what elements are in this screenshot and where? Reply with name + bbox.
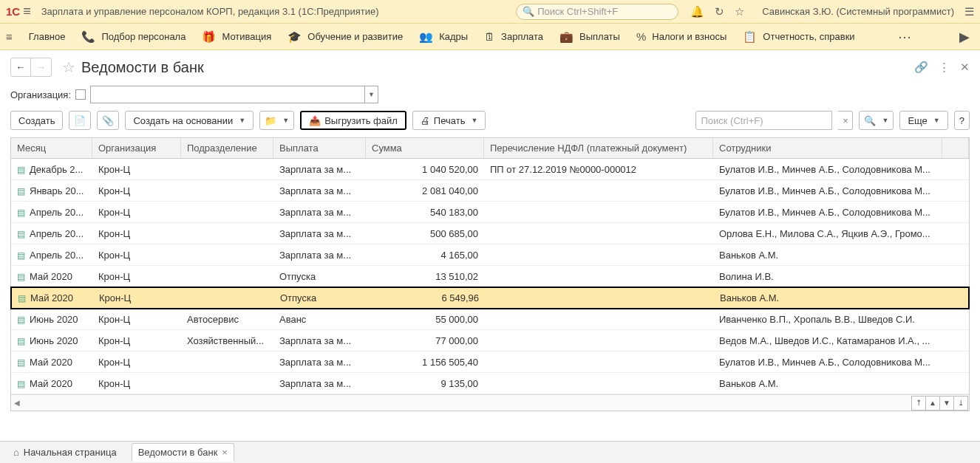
favorite-star-icon[interactable]: ☆ bbox=[62, 58, 75, 76]
table-row[interactable]: ▤Декабрь 2...Крон-ЦЗарплата за м...1 040… bbox=[11, 159, 969, 180]
menu-salary[interactable]: 🗓Зарплата bbox=[484, 30, 543, 43]
document-icon: ▤ bbox=[17, 272, 27, 282]
scroll-left-icon[interactable]: ◀ bbox=[11, 399, 23, 407]
table-row[interactable]: ▤Апрель 20...Крон-ЦЗарплата за м...4 165… bbox=[11, 244, 969, 266]
col-ndfl[interactable]: Перечисление НДФЛ (платежный документ) bbox=[484, 138, 713, 158]
cell-emp: Ваньков А.М. bbox=[714, 292, 943, 303]
cell-org: Крон-Ц bbox=[92, 207, 181, 218]
list-search-input[interactable]: Поиск (Ctrl+F) bbox=[695, 111, 832, 130]
export-file-button[interactable]: 📤Выгрузить файл bbox=[300, 111, 406, 130]
col-payment[interactable]: Выплата bbox=[273, 138, 366, 158]
col-extra[interactable] bbox=[942, 138, 969, 158]
star-icon[interactable]: ☆ bbox=[735, 5, 744, 18]
cell-payment: Зарплата за м... bbox=[273, 250, 366, 261]
menu-icon[interactable]: ≡ bbox=[23, 4, 31, 19]
logo-icon: 1C bbox=[6, 5, 20, 18]
clip-icon: 📎 bbox=[102, 115, 114, 126]
menu-motivation[interactable]: 🎁Мотивация bbox=[202, 30, 271, 44]
cell-emp: Иванченко В.П., Хропаль В.В., Шведов С.И… bbox=[713, 314, 942, 325]
col-employees[interactable]: Сотрудники bbox=[713, 138, 942, 158]
find-button[interactable]: 🔍▼ bbox=[859, 111, 894, 130]
create-button[interactable]: Создать bbox=[10, 111, 63, 130]
menu-toggle-icon[interactable]: ≡ bbox=[6, 30, 13, 43]
copy-icon: 📄 bbox=[74, 115, 86, 126]
cell-month: ▤Январь 20... bbox=[11, 185, 92, 196]
cell-sum: 1 156 505,40 bbox=[366, 357, 484, 368]
search-placeholder: Поиск Ctrl+Shift+F bbox=[537, 6, 618, 17]
cell-payment: Отпуска bbox=[274, 292, 367, 303]
percent-icon: % bbox=[636, 30, 646, 43]
col-sum[interactable]: Сумма bbox=[366, 138, 484, 158]
global-search[interactable]: 🔍 Поиск Ctrl+Shift+F bbox=[516, 4, 678, 20]
cell-payment: Зарплата за м... bbox=[273, 335, 366, 346]
table-row[interactable]: ▤Апрель 20...Крон-ЦЗарплата за м...540 1… bbox=[11, 202, 969, 223]
graduation-icon: 🎓 bbox=[287, 30, 302, 44]
sort-down-button[interactable]: ▼ bbox=[939, 396, 954, 411]
cell-payment: Аванс bbox=[273, 314, 366, 325]
col-dept[interactable]: Подразделение bbox=[181, 138, 273, 158]
document-icon: ▤ bbox=[17, 250, 27, 261]
tab-current[interactable]: Ведомости в банк× bbox=[132, 443, 234, 462]
data-table: Месяц Организация Подразделение Выплата … bbox=[10, 137, 970, 411]
sort-up-button[interactable]: ▲ bbox=[925, 396, 940, 411]
history-icon[interactable]: ↻ bbox=[715, 5, 724, 18]
table-row[interactable]: ▤Май 2020Крон-ЦЗарплата за м...9 135,00В… bbox=[11, 373, 969, 394]
cell-sum: 77 000,00 bbox=[366, 335, 484, 346]
nav-back-button[interactable]: ← bbox=[10, 58, 31, 77]
table-row[interactable]: ▤Апрель 20...Крон-ЦЗарплата за м...500 6… bbox=[11, 223, 969, 244]
cell-emp: Ведов М.А., Шведов И.С., Катамаранов И.А… bbox=[713, 335, 942, 346]
more-button[interactable]: Еще▼ bbox=[899, 111, 947, 130]
cell-month: ▤Май 2020 bbox=[11, 271, 92, 282]
menu-more-icon[interactable]: ⋯ bbox=[894, 29, 916, 45]
tab-close-icon[interactable]: × bbox=[222, 447, 228, 458]
folder-button[interactable]: 📁▼ bbox=[259, 111, 294, 130]
document-icon: ▤ bbox=[17, 208, 27, 218]
copy-button[interactable]: 📄 bbox=[69, 111, 91, 130]
create-based-button[interactable]: Создать на основании▼ bbox=[125, 111, 253, 130]
col-month[interactable]: Месяц bbox=[11, 138, 92, 158]
tab-home[interactable]: ⌂Начальная страница bbox=[7, 444, 123, 461]
menu-taxes[interactable]: %Налоги и взносы bbox=[636, 30, 727, 43]
table-row[interactable]: ▤Июнь 2020Крон-ЦХозяйственный...Зарплата… bbox=[11, 330, 969, 351]
attach-button[interactable]: 📎 bbox=[97, 111, 119, 130]
menu-recruit[interactable]: 📞Подбор персонала bbox=[81, 30, 186, 44]
kebab-icon[interactable]: ⋮ bbox=[939, 61, 950, 74]
sort-bottom-button[interactable]: ⤓ bbox=[953, 396, 968, 411]
table-row[interactable]: ▤Май 2020Крон-ЦОтпуска6 549,96Ваньков А.… bbox=[10, 287, 970, 309]
table-row[interactable]: ▤Июнь 2020Крон-ЦАвтосервисАванс55 000,00… bbox=[11, 309, 969, 330]
org-checkbox[interactable] bbox=[75, 89, 86, 100]
cell-sum: 55 000,00 bbox=[366, 314, 484, 325]
table-row[interactable]: ▤Май 2020Крон-ЦОтпуска13 510,02Волина И.… bbox=[11, 266, 969, 287]
print-button[interactable]: 🖨Печать▼ bbox=[412, 111, 486, 130]
nav-forward-button[interactable]: → bbox=[31, 58, 52, 77]
menu-hr[interactable]: 👥Кадры bbox=[419, 30, 468, 44]
menu-reports[interactable]: 📋Отчетность, справки bbox=[743, 30, 854, 44]
search-icon: 🔍 bbox=[864, 115, 876, 126]
cell-org: Крон-Ц bbox=[92, 164, 181, 175]
chevron-down-icon: ▼ bbox=[933, 117, 940, 124]
cell-month: ▤Май 2020 bbox=[11, 378, 92, 389]
bell-icon[interactable]: 🔔 bbox=[690, 5, 704, 18]
people-icon: 👥 bbox=[419, 30, 433, 44]
settings-icon[interactable]: ☰ bbox=[964, 5, 974, 18]
link-icon[interactable]: 🔗 bbox=[914, 61, 928, 74]
menu-main[interactable]: Главное bbox=[29, 31, 66, 42]
cell-emp: Волина И.В. bbox=[713, 271, 942, 282]
help-button[interactable]: ? bbox=[954, 111, 970, 130]
chevron-down-icon: ▼ bbox=[364, 86, 378, 103]
cell-sum: 13 510,02 bbox=[366, 271, 484, 282]
menu-training[interactable]: 🎓Обучение и развитие bbox=[287, 30, 403, 44]
close-icon[interactable]: ✕ bbox=[960, 61, 970, 74]
menu-next-icon[interactable]: ▶ bbox=[955, 29, 974, 45]
folder-icon: 📁 bbox=[265, 115, 276, 126]
col-org[interactable]: Организация bbox=[92, 138, 181, 158]
menu-payments[interactable]: 💼Выплаты bbox=[559, 30, 620, 44]
sort-top-button[interactable]: ⤒ bbox=[911, 396, 926, 411]
user-name[interactable]: Савинская З.Ю. (Системный программист) bbox=[762, 6, 954, 17]
org-select[interactable]: ▼ bbox=[90, 86, 378, 103]
clear-search-button[interactable]: × bbox=[838, 111, 853, 130]
page-title: Ведомости в банк bbox=[81, 59, 204, 76]
table-row[interactable]: ▤Январь 20...Крон-ЦЗарплата за м...2 081… bbox=[11, 180, 969, 202]
chevron-down-icon: ▼ bbox=[239, 117, 245, 124]
table-row[interactable]: ▤Май 2020Крон-ЦЗарплата за м...1 156 505… bbox=[11, 351, 969, 373]
